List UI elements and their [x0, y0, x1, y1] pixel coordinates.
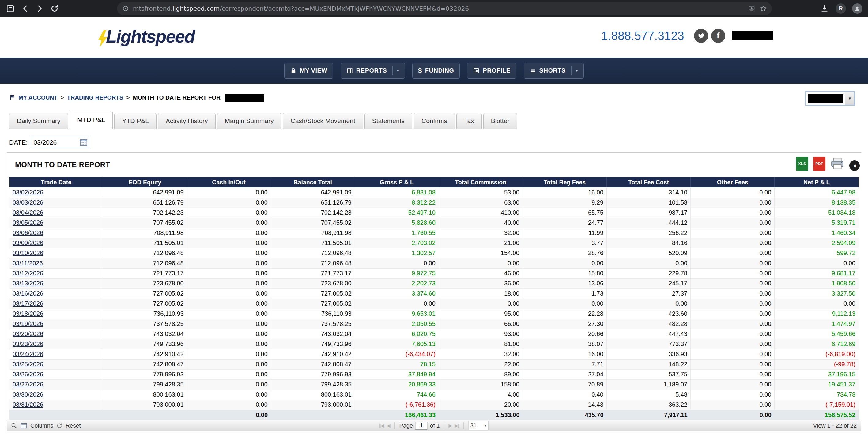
- reset-icon[interactable]: [56, 423, 62, 429]
- account-select[interactable]: ▼: [805, 91, 855, 106]
- cell-net-pl: (-99.78): [775, 359, 859, 369]
- tab-margin-summary[interactable]: Margin Summary: [217, 113, 281, 129]
- download-icon[interactable]: [819, 4, 829, 13]
- cell-gross-pl: 7,605.13: [355, 339, 439, 349]
- tab-tax[interactable]: Tax: [456, 113, 482, 129]
- lightspeed-logo[interactable]: Lightspeed: [97, 28, 194, 47]
- cell-eod-equity: 736,110.93: [103, 309, 187, 319]
- chevron-down-icon[interactable]: ▾: [392, 66, 399, 75]
- trade-date-link[interactable]: 03/24/2026: [9, 349, 103, 359]
- tab-daily-summary[interactable]: Daily Summary: [9, 113, 68, 129]
- cell-total-commission: 40.00: [439, 218, 523, 228]
- cell-total-fee-cost: 314.10: [607, 187, 691, 197]
- tab-ytd-p-l[interactable]: YTD P&L: [114, 113, 156, 129]
- twitter-icon[interactable]: [694, 29, 708, 43]
- cell-cash-in-out: 0.00: [187, 369, 271, 379]
- tab-activity-history[interactable]: Activity History: [158, 113, 216, 129]
- next-page-button[interactable]: ▶: [449, 423, 453, 429]
- tab-cash-stock-movement[interactable]: Cash/Stock Movement: [283, 113, 363, 129]
- trade-date-link[interactable]: 03/12/2026: [9, 268, 103, 278]
- cell-balance-total: 779,996.93: [271, 369, 355, 379]
- cell-balance-total: 723,678.00: [271, 278, 355, 288]
- trade-date-link[interactable]: 03/26/2026: [9, 369, 103, 379]
- trade-date-link[interactable]: 03/20/2026: [9, 329, 103, 339]
- columns-icon[interactable]: [21, 422, 27, 429]
- trade-date-link[interactable]: 03/25/2026: [9, 359, 103, 369]
- calendar-icon[interactable]: [78, 137, 89, 148]
- breadcrumb-my-account[interactable]: MY ACCOUNT: [19, 94, 58, 101]
- cell-total-reg-fees: 28.76: [523, 248, 607, 258]
- account-avatar-icon[interactable]: [852, 3, 863, 14]
- first-page-button[interactable]: ◀: [379, 423, 384, 429]
- export-pdf-icon[interactable]: PDF: [813, 157, 826, 171]
- cell-total-fee-cost: 148.22: [607, 359, 691, 369]
- columns-button[interactable]: Columns: [30, 422, 53, 429]
- column-header-trade-date[interactable]: Trade Date: [9, 177, 103, 187]
- tab-mtd-p-l[interactable]: MTD P&L: [69, 111, 113, 129]
- last-page-button[interactable]: ▶: [455, 423, 459, 429]
- column-header-balance-total[interactable]: Balance Total: [271, 177, 355, 187]
- trade-date-link[interactable]: 03/09/2026: [9, 238, 103, 248]
- tab-confirms[interactable]: Confirms: [414, 113, 455, 129]
- column-header-eod-equity[interactable]: EOD Equity: [103, 177, 187, 187]
- bookmark-star-icon[interactable]: [760, 5, 767, 12]
- profile-avatar[interactable]: R: [836, 3, 846, 14]
- column-header-gross-p-l[interactable]: Gross P & L: [355, 177, 439, 187]
- nav-reports[interactable]: REPORTS ▾: [341, 63, 405, 79]
- trade-date-link[interactable]: 03/23/2026: [9, 339, 103, 349]
- flag-icon: [9, 94, 16, 101]
- page-size-select[interactable]: 31 ▾: [468, 421, 489, 430]
- trade-date-link[interactable]: 03/30/2026: [9, 389, 103, 400]
- column-header-net-p-l[interactable]: Net P & L: [775, 177, 859, 187]
- page-number-input[interactable]: [415, 422, 428, 430]
- trade-date-link[interactable]: 03/16/2026: [9, 288, 103, 299]
- nav-funding[interactable]: $ FUNDING: [412, 63, 460, 79]
- column-header-total-fee-cost[interactable]: Total Fee Cost: [607, 177, 691, 187]
- reset-button[interactable]: Reset: [66, 422, 81, 429]
- column-header-total-reg-fees[interactable]: Total Reg Fees: [523, 177, 607, 187]
- tab-blotter[interactable]: Blotter: [483, 113, 517, 129]
- install-app-icon[interactable]: [748, 5, 755, 12]
- trade-date-link[interactable]: 03/02/2026: [9, 187, 103, 197]
- tab-statements[interactable]: Statements: [365, 113, 412, 129]
- address-bar[interactable]: mtsfrontend.lightspeed.com/correspondent…: [117, 2, 772, 15]
- trade-date-link[interactable]: 03/05/2026: [9, 218, 103, 228]
- trade-date-link[interactable]: 03/18/2026: [9, 309, 103, 319]
- back-button[interactable]: [20, 4, 30, 13]
- trade-date-link[interactable]: 03/06/2026: [9, 228, 103, 238]
- breadcrumb-trading-reports[interactable]: TRADING REPORTS: [67, 94, 123, 101]
- date-input[interactable]: [31, 139, 78, 146]
- trade-date-link[interactable]: 03/03/2026: [9, 197, 103, 208]
- trade-date-link[interactable]: 03/27/2026: [9, 379, 103, 389]
- trade-date-link[interactable]: 03/13/2026: [9, 278, 103, 288]
- column-header-other-fees[interactable]: Other Fees: [691, 177, 775, 187]
- tab-overview-icon[interactable]: [5, 4, 15, 13]
- cell-total-fee-cost: 101.58: [607, 197, 691, 208]
- nav-my-view[interactable]: MY VIEW: [284, 63, 333, 79]
- trade-date-link[interactable]: 03/19/2026: [9, 319, 103, 329]
- column-header-cash-in-out[interactable]: Cash In/Out: [187, 177, 271, 187]
- collapse-panel-icon[interactable]: ◀: [849, 160, 860, 171]
- export-xls-icon[interactable]: XLS: [796, 157, 808, 171]
- chevron-down-icon[interactable]: ▼: [845, 92, 854, 105]
- prev-page-button[interactable]: ◀: [387, 423, 391, 429]
- nav-profile[interactable]: PROFILE: [467, 63, 516, 79]
- facebook-icon[interactable]: f: [711, 29, 725, 43]
- trade-date-link[interactable]: 03/31/2026: [9, 400, 103, 410]
- nav-shorts[interactable]: SHORTS ▾: [524, 63, 584, 79]
- cell-eod-equity: 779,996.93: [103, 369, 187, 379]
- cell-net-pl: 0.00: [775, 299, 859, 309]
- cell-total-fee-cost: 773.37: [607, 339, 691, 349]
- chevron-down-icon[interactable]: ▾: [571, 66, 578, 75]
- forward-button[interactable]: [35, 4, 45, 13]
- table-header-row: Trade DateEOD EquityCash In/OutBalance T…: [9, 177, 859, 187]
- search-icon[interactable]: [11, 422, 18, 429]
- trade-date-link[interactable]: 03/04/2026: [9, 208, 103, 218]
- cell-net-pl: 5,459.66: [775, 329, 859, 339]
- reload-button[interactable]: [50, 4, 59, 13]
- trade-date-link[interactable]: 03/11/2026: [9, 258, 103, 268]
- trade-date-link[interactable]: 03/10/2026: [9, 248, 103, 258]
- print-icon[interactable]: [830, 157, 844, 170]
- trade-date-link[interactable]: 03/17/2026: [9, 299, 103, 309]
- column-header-total-commission[interactable]: Total Commission: [439, 177, 523, 187]
